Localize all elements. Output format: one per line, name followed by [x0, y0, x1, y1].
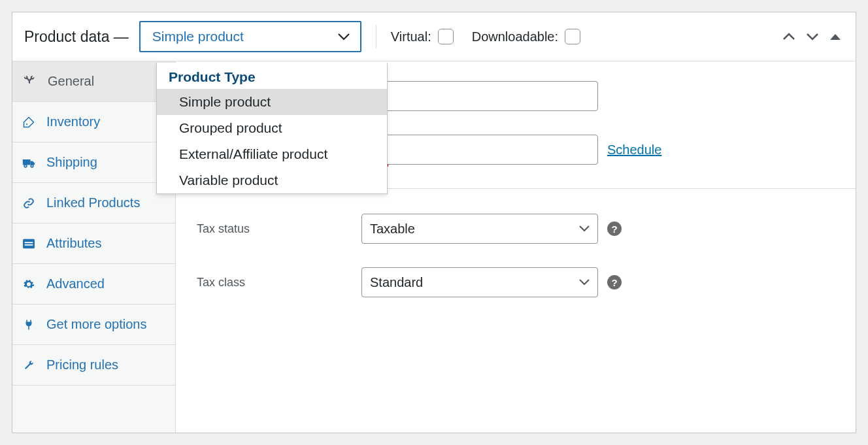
truck-icon — [22, 156, 36, 170]
product-type-dropdown: Product Type Simple product Grouped prod… — [156, 63, 388, 194]
panel-header-actions — [780, 29, 844, 44]
tax-class-select[interactable]: Standard — [361, 267, 598, 297]
svg-rect-4 — [23, 239, 35, 248]
move-down-icon[interactable] — [803, 29, 822, 44]
chevron-down-icon — [338, 33, 350, 41]
tab-advanced[interactable]: Advanced — [12, 264, 175, 305]
chevron-down-icon — [579, 225, 590, 232]
divider — [376, 25, 376, 48]
gear-icon — [22, 277, 36, 291]
panel-header: Product data — Simple product Virtual: D… — [12, 12, 856, 61]
link-icon — [22, 196, 36, 210]
svg-point-0 — [26, 123, 27, 124]
move-up-icon[interactable] — [780, 29, 798, 44]
plug-icon — [22, 318, 36, 332]
svg-point-2 — [24, 165, 27, 167]
downloadable-checkbox-label[interactable]: Downloadable: — [472, 29, 580, 44]
panel-title: Product data — — [24, 28, 137, 46]
virtual-checkbox[interactable] — [438, 29, 454, 44]
product-type-select[interactable]: Simple product — [139, 21, 361, 52]
svg-point-3 — [31, 165, 33, 167]
tab-label: Advanced — [46, 276, 105, 291]
list-icon — [22, 237, 36, 251]
tab-general[interactable]: General — [12, 61, 175, 102]
svg-rect-1 — [23, 159, 31, 165]
tax-status-select[interactable]: Taxable — [361, 214, 598, 244]
product-type-value: Simple product — [152, 29, 244, 44]
svg-rect-5 — [25, 242, 33, 243]
tab-attributes[interactable]: Attributes — [12, 223, 175, 264]
tab-label: Pricing rules — [46, 357, 118, 372]
svg-rect-6 — [25, 244, 33, 245]
product-data-panel: Product data — Simple product Virtual: D… — [12, 12, 856, 433]
wrench-icon — [22, 358, 36, 372]
dropdown-option-variable[interactable]: Variable product — [157, 167, 387, 193]
tab-label: General — [48, 74, 94, 89]
tab-inventory[interactable]: Inventory — [12, 102, 175, 142]
virtual-checkbox-label[interactable]: Virtual: — [391, 29, 454, 44]
tax-class-label: Tax class — [192, 276, 361, 289]
schedule-link[interactable]: Schedule — [607, 142, 661, 157]
tab-label: Shipping — [46, 155, 97, 170]
tab-pricing-rules[interactable]: Pricing rules — [12, 345, 175, 386]
help-icon[interactable]: ? — [607, 275, 622, 289]
panel-body: General Inventory Shipping Linked Produc… — [12, 61, 856, 433]
help-icon[interactable]: ? — [607, 222, 622, 236]
sidebar-tabs: General Inventory Shipping Linked Produc… — [12, 61, 176, 433]
tab-get-more[interactable]: Get more options — [12, 305, 175, 345]
collapse-icon[interactable] — [827, 29, 844, 44]
dropdown-option-grouped[interactable]: Grouped product — [157, 115, 387, 141]
regular-price-input[interactable] — [361, 81, 598, 111]
downloadable-checkbox[interactable] — [565, 29, 580, 44]
tab-label: Inventory — [46, 114, 100, 129]
dropdown-option-external[interactable]: External/Affiliate product — [157, 141, 387, 167]
wrench-icon — [23, 74, 37, 89]
tag-icon — [22, 115, 36, 129]
tab-label: Get more options — [46, 317, 146, 332]
tax-status-label: Tax status — [192, 222, 361, 236]
dropdown-option-simple[interactable]: Simple product — [157, 89, 387, 115]
tab-label: Attributes — [46, 236, 101, 251]
chevron-down-icon — [579, 279, 590, 286]
tab-linked[interactable]: Linked Products — [12, 183, 175, 223]
dropdown-heading: Product Type — [157, 63, 387, 89]
sale-price-input[interactable] — [361, 135, 598, 165]
tab-shipping[interactable]: Shipping — [12, 142, 175, 183]
tab-label: Linked Products — [46, 195, 140, 210]
